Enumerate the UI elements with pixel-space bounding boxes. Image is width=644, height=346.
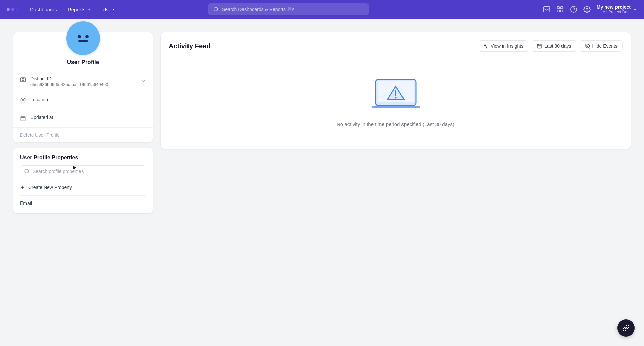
avatar (66, 21, 100, 55)
chevron-down-icon (87, 7, 92, 12)
last-30-days-button[interactable]: Last 30 days (532, 40, 576, 52)
hide-events-label: Hide Events (592, 43, 618, 49)
svg-rect-28 (372, 106, 420, 108)
distinct-id-label: Distinct ID (30, 76, 137, 81)
global-search-bar[interactable] (208, 3, 369, 15)
nav-reports[interactable]: Reports (68, 7, 92, 12)
avatar-container (13, 21, 153, 55)
delete-profile-button[interactable]: Delete User Profile (13, 127, 153, 142)
properties-title: User Profile Properties (20, 155, 146, 161)
avatar-mouth-dot-4 (85, 40, 86, 42)
nav-dots (7, 8, 19, 11)
user-id-icon (20, 77, 26, 84)
updated-at-section[interactable]: Updated at (13, 110, 153, 127)
svg-rect-2 (544, 7, 550, 12)
updated-at-label: Updated at (30, 115, 146, 120)
project-info-text: My new project All Project Data (597, 4, 631, 14)
empty-illustration (369, 74, 423, 115)
avatar-eye-left (78, 35, 81, 38)
location-icon (20, 98, 26, 105)
activity-header: Activity Feed View in Insights Last 30 d… (169, 40, 623, 52)
settings-icon[interactable] (583, 6, 591, 13)
svg-line-1 (217, 10, 218, 11)
property-divider (20, 195, 146, 196)
svg-rect-6 (561, 10, 563, 12)
avatar-mouth-dot-3 (83, 40, 84, 42)
location-content: Location (30, 97, 146, 102)
project-name: My new project (597, 4, 631, 10)
svg-rect-4 (561, 7, 563, 9)
distinct-id-content: Distinct ID 65c5936b-f9d5-425c-baff-96f6… (30, 76, 137, 87)
topnav: Dashboards Reports Users My new project … (0, 0, 644, 19)
insights-icon (483, 43, 488, 49)
svg-rect-13 (21, 116, 25, 121)
clock-icon (20, 115, 26, 123)
properties-search-input[interactable] (20, 165, 146, 177)
nav-dot-1 (7, 8, 10, 11)
hide-events-button[interactable]: Hide Events (580, 40, 623, 52)
main-content: User Profile Distinct ID 65c5936b-f9d5-4… (0, 19, 644, 227)
activity-empty-state: No activity in the time period specified… (169, 61, 623, 140)
nav-users[interactable]: Users (102, 7, 115, 12)
activity-actions: View in Insights Last 30 days Hide Event… (478, 40, 623, 52)
help-icon[interactable] (570, 6, 577, 13)
nav-dot-3 (16, 8, 19, 11)
avatar-mouth-dot-2 (80, 40, 82, 42)
avatar-eye-right (85, 35, 89, 38)
email-property-label: Email (20, 198, 146, 207)
svg-point-30 (395, 97, 396, 99)
activity-feed-card: Activity Feed View in Insights Last 30 d… (161, 32, 631, 149)
user-profile-properties-card: User Profile Properties Create New Prope… (13, 148, 153, 213)
topnav-right: My new project All Project Data (543, 4, 637, 14)
nav-dashboards[interactable]: Dashboards (30, 7, 57, 12)
svg-rect-5 (557, 10, 559, 12)
svg-point-0 (214, 7, 218, 11)
svg-point-12 (22, 99, 24, 101)
nav-dot-2 (11, 8, 14, 11)
avatar-mouth-dot-1 (78, 40, 80, 42)
updated-at-content: Updated at (30, 115, 146, 120)
svg-point-17 (25, 169, 29, 173)
distinct-id-section[interactable]: Distinct ID 65c5936b-f9d5-425c-baff-96f6… (13, 71, 153, 92)
activity-empty-text: No activity in the time period specified… (337, 121, 454, 127)
avatar-eyes (78, 35, 89, 38)
svg-rect-21 (537, 44, 541, 48)
properties-search-wrap (20, 165, 146, 177)
activity-title: Activity Feed (169, 42, 210, 50)
svg-rect-3 (557, 7, 559, 9)
distinct-id-value: 65c5936b-f9d5-425c-baff-96f61a649490 (30, 82, 137, 87)
svg-line-18 (28, 172, 29, 173)
project-switcher[interactable]: My new project All Project Data (597, 4, 637, 14)
search-icon (213, 7, 219, 12)
last-30-days-label: Last 30 days (544, 43, 571, 49)
create-property-button[interactable]: Create New Property (20, 182, 72, 193)
link-icon (622, 324, 630, 332)
global-search-input[interactable] (222, 7, 364, 12)
avatar-face (78, 35, 89, 42)
project-chevron-icon (633, 7, 637, 12)
calendar-icon (537, 43, 542, 49)
inbox-icon[interactable] (543, 6, 550, 13)
apps-icon[interactable] (556, 6, 564, 13)
profile-card: User Profile Distinct ID 65c5936b-f9d5-4… (13, 32, 153, 142)
svg-point-9 (586, 8, 588, 10)
plus-icon (20, 185, 25, 190)
profile-title: User Profile (13, 59, 153, 71)
eye-off-icon (585, 43, 590, 49)
left-panel: User Profile Distinct ID 65c5936b-f9d5-4… (13, 32, 153, 213)
view-in-insights-label: View in Insights (491, 43, 523, 49)
location-label: Location (30, 97, 146, 102)
project-sub: All Project Data (603, 10, 631, 14)
nav-reports-label: Reports (68, 7, 86, 12)
floating-action-button[interactable] (617, 319, 635, 337)
view-in-insights-button[interactable]: View in Insights (478, 40, 528, 52)
properties-search-icon (24, 169, 30, 174)
distinct-id-chevron-icon[interactable] (141, 78, 146, 85)
avatar-mouth (78, 40, 88, 42)
create-property-label: Create New Property (28, 185, 72, 190)
location-section[interactable]: Location (13, 92, 153, 110)
svg-point-7 (571, 6, 577, 12)
svg-point-11 (23, 78, 24, 79)
